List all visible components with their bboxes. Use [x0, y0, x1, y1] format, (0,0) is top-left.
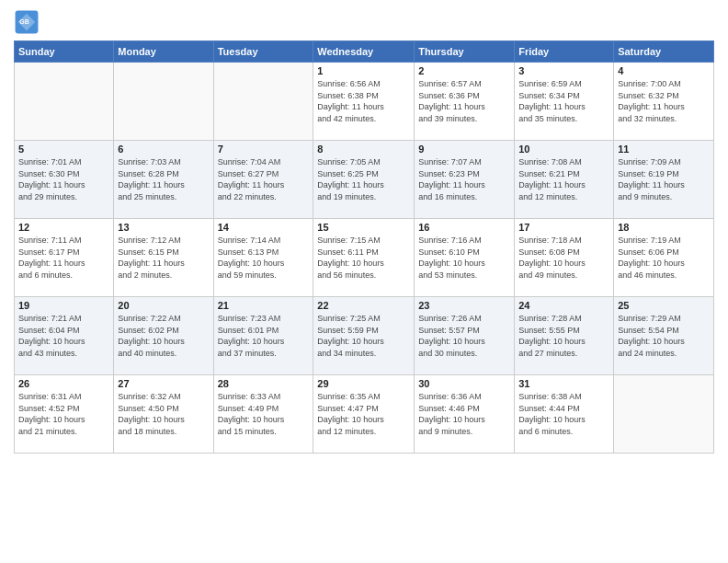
- day-info: Sunrise: 6:59 AM Sunset: 6:34 PM Dayligh…: [518, 78, 609, 124]
- calendar-week-3: 19Sunrise: 7:21 AM Sunset: 6:04 PM Dayli…: [15, 297, 714, 375]
- calendar-cell: 11Sunrise: 7:09 AM Sunset: 6:19 PM Dayli…: [614, 141, 714, 219]
- day-info: Sunrise: 7:22 AM Sunset: 6:02 PM Dayligh…: [118, 313, 209, 359]
- day-info: Sunrise: 6:32 AM Sunset: 4:50 PM Dayligh…: [118, 391, 209, 437]
- calendar-cell: 27Sunrise: 6:32 AM Sunset: 4:50 PM Dayli…: [114, 375, 213, 454]
- day-number: 8: [317, 144, 410, 155]
- calendar-cell: [213, 63, 313, 141]
- day-info: Sunrise: 7:09 AM Sunset: 6:19 PM Dayligh…: [618, 156, 710, 202]
- day-info: Sunrise: 7:14 AM Sunset: 6:13 PM Dayligh…: [218, 235, 310, 281]
- day-number: 31: [518, 378, 609, 389]
- day-number: 11: [618, 144, 710, 155]
- calendar-cell: 10Sunrise: 7:08 AM Sunset: 6:21 PM Dayli…: [515, 141, 614, 219]
- day-number: 21: [218, 300, 310, 311]
- day-info: Sunrise: 7:00 AM Sunset: 6:32 PM Dayligh…: [618, 78, 710, 124]
- calendar-header-row: SundayMondayTuesdayWednesdayThursdayFrid…: [15, 41, 714, 63]
- day-number: 26: [18, 378, 109, 389]
- logo-icon: GB: [14, 9, 40, 35]
- calendar-week-4: 26Sunrise: 6:31 AM Sunset: 4:52 PM Dayli…: [15, 375, 714, 454]
- calendar-cell: 17Sunrise: 7:18 AM Sunset: 6:08 PM Dayli…: [515, 219, 614, 297]
- svg-text:GB: GB: [19, 18, 29, 25]
- calendar-cell: 18Sunrise: 7:19 AM Sunset: 6:06 PM Dayli…: [614, 219, 714, 297]
- calendar-cell: 13Sunrise: 7:12 AM Sunset: 6:15 PM Dayli…: [114, 219, 213, 297]
- day-number: 6: [118, 144, 209, 155]
- day-info: Sunrise: 6:56 AM Sunset: 6:38 PM Dayligh…: [317, 78, 410, 124]
- day-number: 28: [218, 378, 310, 389]
- calendar-cell: 23Sunrise: 7:26 AM Sunset: 5:57 PM Dayli…: [415, 297, 515, 375]
- calendar-cell: 28Sunrise: 6:33 AM Sunset: 4:49 PM Dayli…: [213, 375, 313, 454]
- day-number: 7: [218, 144, 310, 155]
- calendar-cell: 3Sunrise: 6:59 AM Sunset: 6:34 PM Daylig…: [515, 63, 614, 141]
- day-info: Sunrise: 7:15 AM Sunset: 6:11 PM Dayligh…: [317, 235, 410, 281]
- weekday-header-friday: Friday: [515, 41, 614, 63]
- day-number: 9: [418, 144, 510, 155]
- calendar-cell: 15Sunrise: 7:15 AM Sunset: 6:11 PM Dayli…: [313, 219, 415, 297]
- day-number: 19: [18, 300, 109, 311]
- day-info: Sunrise: 7:07 AM Sunset: 6:23 PM Dayligh…: [418, 156, 510, 202]
- day-number: 14: [218, 222, 310, 233]
- day-info: Sunrise: 7:04 AM Sunset: 6:27 PM Dayligh…: [218, 156, 310, 202]
- weekday-header-sunday: Sunday: [15, 41, 114, 63]
- day-number: 18: [618, 222, 710, 233]
- day-number: 17: [518, 222, 609, 233]
- calendar-cell: 6Sunrise: 7:03 AM Sunset: 6:28 PM Daylig…: [114, 141, 213, 219]
- day-info: Sunrise: 6:35 AM Sunset: 4:47 PM Dayligh…: [317, 391, 410, 437]
- day-number: 4: [618, 65, 710, 76]
- day-info: Sunrise: 7:12 AM Sunset: 6:15 PM Dayligh…: [118, 235, 209, 281]
- calendar-cell: 7Sunrise: 7:04 AM Sunset: 6:27 PM Daylig…: [213, 141, 313, 219]
- header: GB: [14, 9, 714, 35]
- calendar-cell: 24Sunrise: 7:28 AM Sunset: 5:55 PM Dayli…: [515, 297, 614, 375]
- calendar-cell: 5Sunrise: 7:01 AM Sunset: 6:30 PM Daylig…: [15, 141, 114, 219]
- calendar-cell: 2Sunrise: 6:57 AM Sunset: 6:36 PM Daylig…: [415, 63, 515, 141]
- calendar-cell: 25Sunrise: 7:29 AM Sunset: 5:54 PM Dayli…: [614, 297, 714, 375]
- day-number: 2: [418, 65, 510, 76]
- day-number: 24: [518, 300, 609, 311]
- calendar-cell: 31Sunrise: 6:38 AM Sunset: 4:44 PM Dayli…: [515, 375, 614, 454]
- day-number: 3: [518, 65, 609, 76]
- weekday-header-tuesday: Tuesday: [213, 41, 313, 63]
- day-info: Sunrise: 6:36 AM Sunset: 4:46 PM Dayligh…: [418, 391, 510, 437]
- calendar-cell: 20Sunrise: 7:22 AM Sunset: 6:02 PM Dayli…: [114, 297, 213, 375]
- calendar-cell: [15, 63, 114, 141]
- day-number: 29: [317, 378, 410, 389]
- weekday-header-saturday: Saturday: [614, 41, 714, 63]
- calendar-cell: 29Sunrise: 6:35 AM Sunset: 4:47 PM Dayli…: [313, 375, 415, 454]
- day-info: Sunrise: 7:08 AM Sunset: 6:21 PM Dayligh…: [518, 156, 609, 202]
- calendar-cell: [114, 63, 213, 141]
- day-info: Sunrise: 7:18 AM Sunset: 6:08 PM Dayligh…: [518, 235, 609, 281]
- day-info: Sunrise: 7:21 AM Sunset: 6:04 PM Dayligh…: [18, 313, 109, 359]
- calendar-week-1: 5Sunrise: 7:01 AM Sunset: 6:30 PM Daylig…: [15, 141, 714, 219]
- logo: GB: [14, 9, 41, 35]
- day-info: Sunrise: 7:23 AM Sunset: 6:01 PM Dayligh…: [218, 313, 310, 359]
- day-number: 15: [317, 222, 410, 233]
- day-info: Sunrise: 6:31 AM Sunset: 4:52 PM Dayligh…: [18, 391, 109, 437]
- calendar-week-2: 12Sunrise: 7:11 AM Sunset: 6:17 PM Dayli…: [15, 219, 714, 297]
- day-info: Sunrise: 7:28 AM Sunset: 5:55 PM Dayligh…: [518, 313, 609, 359]
- calendar-cell: [614, 375, 714, 454]
- day-number: 5: [18, 144, 109, 155]
- day-number: 22: [317, 300, 410, 311]
- day-number: 12: [18, 222, 109, 233]
- day-number: 25: [618, 300, 710, 311]
- day-number: 10: [518, 144, 609, 155]
- day-number: 23: [418, 300, 510, 311]
- day-number: 13: [118, 222, 209, 233]
- page: GB SundayMondayTuesdayWednesdayThursdayF…: [0, 0, 728, 563]
- calendar-cell: 16Sunrise: 7:16 AM Sunset: 6:10 PM Dayli…: [415, 219, 515, 297]
- day-info: Sunrise: 6:33 AM Sunset: 4:49 PM Dayligh…: [218, 391, 310, 437]
- calendar-cell: 8Sunrise: 7:05 AM Sunset: 6:25 PM Daylig…: [313, 141, 415, 219]
- day-info: Sunrise: 7:03 AM Sunset: 6:28 PM Dayligh…: [118, 156, 209, 202]
- weekday-header-thursday: Thursday: [415, 41, 515, 63]
- calendar-cell: 1Sunrise: 6:56 AM Sunset: 6:38 PM Daylig…: [313, 63, 415, 141]
- day-info: Sunrise: 7:25 AM Sunset: 5:59 PM Dayligh…: [317, 313, 410, 359]
- day-info: Sunrise: 7:16 AM Sunset: 6:10 PM Dayligh…: [418, 235, 510, 281]
- calendar-cell: 14Sunrise: 7:14 AM Sunset: 6:13 PM Dayli…: [213, 219, 313, 297]
- day-info: Sunrise: 7:05 AM Sunset: 6:25 PM Dayligh…: [317, 156, 410, 202]
- calendar-cell: 12Sunrise: 7:11 AM Sunset: 6:17 PM Dayli…: [15, 219, 114, 297]
- day-number: 20: [118, 300, 209, 311]
- day-info: Sunrise: 6:57 AM Sunset: 6:36 PM Dayligh…: [418, 78, 510, 124]
- calendar-cell: 9Sunrise: 7:07 AM Sunset: 6:23 PM Daylig…: [415, 141, 515, 219]
- calendar-cell: 30Sunrise: 6:36 AM Sunset: 4:46 PM Dayli…: [415, 375, 515, 454]
- day-info: Sunrise: 7:19 AM Sunset: 6:06 PM Dayligh…: [618, 235, 710, 281]
- weekday-header-wednesday: Wednesday: [313, 41, 415, 63]
- calendar-cell: 4Sunrise: 7:00 AM Sunset: 6:32 PM Daylig…: [614, 63, 714, 141]
